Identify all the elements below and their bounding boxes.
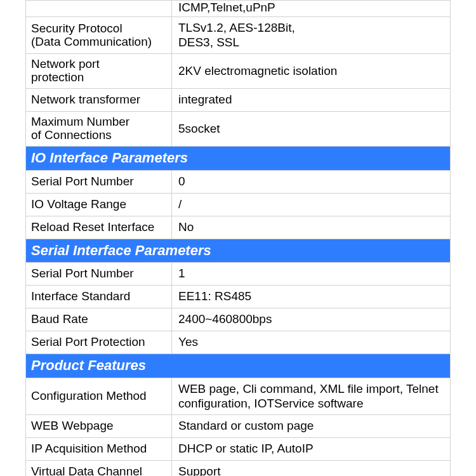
table-row: Network transformer integrated (26, 88, 450, 111)
spec-table: ICMP,Telnet,uPnP Security Protocol (Data… (25, 0, 451, 476)
spec-value: WEB page, Cli command, XML file import, … (172, 378, 450, 415)
table-row: Virtual Data Channel Support (26, 460, 450, 476)
table-row: Network port protection 2KV electromagne… (26, 53, 450, 88)
spec-label: IO Voltage Range (26, 194, 172, 216)
table-row: Configuration Method WEB page, Cli comma… (26, 378, 450, 415)
spec-value: 0 (172, 171, 450, 193)
table-row: Security Protocol (Data Communication) T… (26, 17, 450, 54)
spec-label: Maximum Number of Connections (26, 112, 172, 146)
spec-label: Configuration Method (26, 378, 172, 415)
table-row: Interface Standard EE11: RS485 (26, 285, 450, 308)
spec-value: ICMP,Telnet,uPnP (172, 1, 450, 17)
spec-label: WEB Webpage (26, 415, 172, 437)
table-row: Reload Reset Interface No (26, 216, 450, 239)
spec-label: IP Acquisition Method (26, 438, 172, 460)
spec-value: 5socket (172, 112, 450, 146)
spec-value: Support (172, 461, 450, 476)
table-row: IO Voltage Range / (26, 193, 450, 216)
spec-label: Interface Standard (26, 286, 172, 308)
section-header-serial: Serial Interface Parameters (26, 239, 450, 263)
spec-label: Baud Rate (26, 308, 172, 331)
spec-label: Serial Port Number (26, 171, 172, 193)
spec-label: Reload Reset Interface (26, 216, 172, 239)
spec-label: Serial Port Number (26, 263, 172, 285)
section-header-io: IO Interface Parameters (26, 146, 450, 170)
section-header-features: Product Features (26, 354, 450, 378)
spec-label: Serial Port Protection (26, 331, 172, 354)
spec-value: EE11: RS485 (172, 286, 450, 308)
spec-label: Virtual Data Channel (26, 461, 172, 476)
spec-value: Standard or custom page (172, 415, 450, 437)
table-row: IP Acquisition Method DHCP or static IP,… (26, 437, 450, 460)
spec-value: integrated (172, 89, 450, 111)
table-row: Serial Port Number 1 (26, 262, 450, 285)
table-row: Serial Port Number 0 (26, 170, 450, 193)
spec-value: / (172, 194, 450, 216)
spec-value: 2400~460800bps (172, 308, 450, 331)
spec-label: Security Protocol (Data Communication) (26, 17, 172, 54)
spec-value: No (172, 216, 450, 239)
table-row: WEB Webpage Standard or custom page (26, 414, 450, 437)
table-row: Serial Port Protection Yes (26, 331, 450, 354)
table-row: Baud Rate 2400~460800bps (26, 308, 450, 331)
spec-value: TLSv1.2, AES-128Bit, DES3, SSL (172, 17, 450, 54)
spec-label: Network port protection (26, 54, 172, 88)
spec-label (26, 1, 172, 17)
spec-label: Network transformer (26, 89, 172, 111)
spec-value: 1 (172, 263, 450, 285)
spec-value: DHCP or static IP, AutoIP (172, 438, 450, 460)
table-row: Maximum Number of Connections 5socket (26, 111, 450, 146)
spec-value: 2KV electromagnetic isolation (172, 54, 450, 88)
table-row: ICMP,Telnet,uPnP (26, 1, 450, 17)
spec-value: Yes (172, 331, 450, 354)
